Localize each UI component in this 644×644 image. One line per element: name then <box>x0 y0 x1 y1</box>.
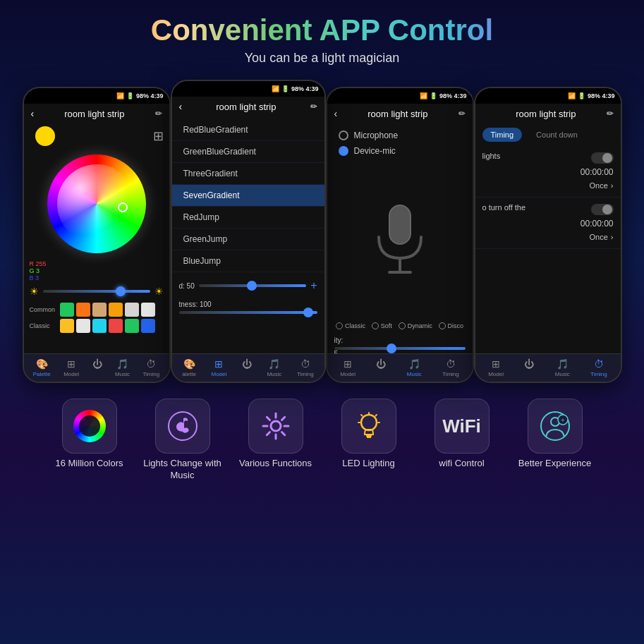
radio-disco[interactable] <box>439 322 446 329</box>
phone2-content: RedBlueGradient GreenBlueGradient ThreeG… <box>172 116 324 360</box>
timing-tab-countdown[interactable]: Count down <box>528 128 586 142</box>
swatch-light-gray[interactable] <box>125 303 139 317</box>
header: Convenient APP Control You can be a ligh… <box>0 0 644 66</box>
radio-device-mic[interactable] <box>339 146 348 156</box>
model-item-5[interactable]: RedJump <box>172 207 324 229</box>
brightness-row2: tness: 100 <box>172 296 324 318</box>
radio-microphone[interactable] <box>339 130 348 140</box>
phone1-title: room light strip <box>34 109 154 119</box>
nav2-model[interactable]: ⊞ Model <box>211 358 226 377</box>
page-container: Convenient APP Control You can be a ligh… <box>0 0 644 482</box>
timing-toggle-row-2: o turn off the <box>482 203 614 216</box>
mode-disco[interactable]: Disco <box>439 322 464 329</box>
swatch-blue[interactable] <box>141 319 155 333</box>
sensitivity-slider[interactable] <box>334 347 466 350</box>
model-item-4-selected[interactable]: SevenGradient <box>172 185 324 207</box>
nav2-power[interactable]: ⏻ <box>242 358 252 377</box>
svg-line-10 <box>281 432 284 435</box>
brightness-slider[interactable] <box>43 290 150 293</box>
nav2-palette[interactable]: 🎨 alette <box>182 358 196 377</box>
mode-classic[interactable]: Classic <box>336 322 365 329</box>
gear-icon-box <box>248 399 303 454</box>
mic-option-microphone[interactable]: Microphone <box>339 130 461 140</box>
speed-label: d: 50 <box>179 282 195 290</box>
model-item-1[interactable]: RedBlueGradient <box>172 119 324 141</box>
color-wheel[interactable] <box>47 154 146 253</box>
r-value: R 255 <box>30 260 164 267</box>
timing-toggle-2[interactable] <box>591 204 614 215</box>
nav4-music[interactable]: 🎵 Music <box>555 358 570 377</box>
swatch-yellow[interactable] <box>60 319 74 333</box>
swatch-cyan[interactable] <box>92 319 107 333</box>
nav2-timing-label: Timing <box>297 371 314 377</box>
speed-thumb[interactable] <box>247 281 257 291</box>
music-icon: 🎵 <box>116 358 128 370</box>
brightness-slider2[interactable] <box>179 311 317 314</box>
speed-row: d: 50 + <box>172 275 324 296</box>
mode-dynamic[interactable]: Dynamic <box>399 322 432 329</box>
brightness-thumb[interactable] <box>116 286 126 296</box>
swatch-red[interactable] <box>109 319 123 333</box>
swatch-white2[interactable] <box>76 319 90 333</box>
nav3-timing[interactable]: ⏱ Timing <box>442 358 459 377</box>
radio-dynamic[interactable] <box>399 322 406 329</box>
nav4-power[interactable]: ⏻ <box>524 358 534 377</box>
swatch-white[interactable] <box>141 303 155 317</box>
speed-plus-icon[interactable]: + <box>310 279 317 292</box>
nav-power[interactable]: ⏻ <box>92 358 102 377</box>
mic-option-device[interactable]: Device-mic <box>339 146 461 156</box>
phone2-edit-icon[interactable]: ✏ <box>310 102 317 111</box>
swatch-green2[interactable] <box>125 319 139 333</box>
color-cursor[interactable] <box>118 202 128 212</box>
phone1-nav: 🎨 Palette ⊞ Model ⏻ 🎵 Music <box>24 353 169 382</box>
chevron-right-icon-2[interactable]: › <box>611 233 614 241</box>
phone2-time: 98% 4:39 <box>291 85 319 92</box>
phone3-time: 98% 4:39 <box>439 92 467 99</box>
color-ring-icon <box>73 410 106 442</box>
sensitivity-thumb[interactable] <box>387 344 396 353</box>
nav4-timing[interactable]: ⏱ Timing <box>590 358 607 377</box>
nav3-music[interactable]: 🎵 Music <box>407 358 422 377</box>
nav-palette[interactable]: 🎨 Palette <box>33 358 51 377</box>
phone1-edit-icon[interactable]: ✏ <box>155 109 162 119</box>
nav4-model[interactable]: ⊞ Model <box>488 358 504 377</box>
phone4-edit-icon[interactable]: ✏ <box>607 109 614 119</box>
model-item-2[interactable]: GreenBlueGradient <box>172 141 324 163</box>
color-wheel-container[interactable] <box>24 149 169 259</box>
swatch-tan[interactable] <box>92 303 107 317</box>
selected-color-dot[interactable] <box>35 126 55 146</box>
nav2-timing[interactable]: ⏱ Timing <box>297 358 314 377</box>
nav-model-label: Model <box>63 371 79 377</box>
model-item-7[interactable]: BlueJump <box>172 250 324 272</box>
mode-classic-label: Classic <box>345 322 365 329</box>
sensitivity-label: ity: <box>334 336 344 344</box>
nav3-model[interactable]: ⊞ Model <box>340 358 356 377</box>
wifi-icon-box: WiFi <box>435 399 490 454</box>
nav2-music[interactable]: 🎵 Music <box>267 358 281 377</box>
timing-toggle-1[interactable] <box>591 152 614 164</box>
swatch-green[interactable] <box>60 303 74 317</box>
classic-label: Classic <box>30 322 58 329</box>
model-item-3[interactable]: ThreeGradient <box>172 163 324 185</box>
nav-timing[interactable]: ⏱ Timing <box>142 358 159 377</box>
b-value: B 3 <box>30 274 164 281</box>
nav-music[interactable]: 🎵 Music <box>115 358 130 377</box>
mode-soft[interactable]: Soft <box>372 322 392 329</box>
swatch-amber[interactable] <box>109 303 123 317</box>
swatch-orange[interactable] <box>76 303 90 317</box>
chevron-right-icon-1[interactable]: › <box>611 181 614 190</box>
brightness-thumb2[interactable] <box>303 308 313 317</box>
nav2-music-label: Music <box>267 371 281 377</box>
speed-slider[interactable] <box>199 284 306 287</box>
nav3-power[interactable]: ⏻ <box>376 358 386 377</box>
main-title: Convenient APP Control <box>0 13 644 48</box>
common-swatches-row: Common <box>30 303 164 317</box>
model-item-6[interactable]: GreenJump <box>172 229 324 250</box>
radio-soft[interactable] <box>372 322 379 329</box>
settings-icon[interactable]: ⊞ <box>153 128 164 144</box>
svg-point-4 <box>271 421 281 431</box>
nav-model[interactable]: ⊞ Model <box>63 358 79 377</box>
radio-classic[interactable] <box>336 322 343 329</box>
phone3-edit-icon[interactable]: ✏ <box>458 109 466 119</box>
timing-tab-timing[interactable]: Timing <box>482 128 523 142</box>
